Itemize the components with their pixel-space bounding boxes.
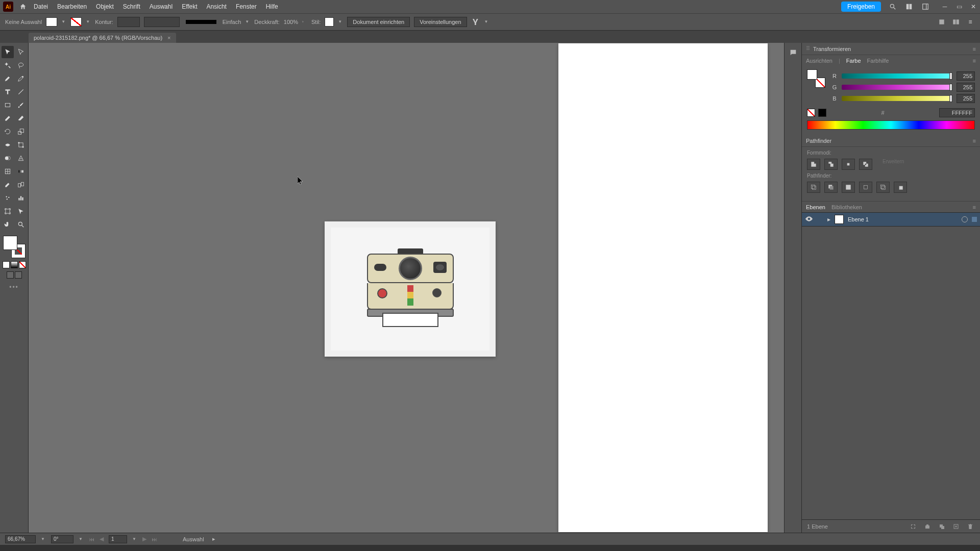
placed-image[interactable] bbox=[325, 221, 496, 357]
none-swatch[interactable] bbox=[807, 109, 815, 117]
menu-objekt[interactable]: Objekt bbox=[96, 3, 114, 10]
free-transform-tool[interactable] bbox=[15, 139, 27, 151]
chevron-down-icon[interactable]: ▼ bbox=[79, 537, 84, 542]
expand-arrow-icon[interactable]: ▸ bbox=[827, 216, 830, 223]
eyedropper-tool[interactable] bbox=[2, 179, 14, 191]
artboard[interactable] bbox=[558, 43, 768, 532]
menu-auswahl[interactable]: Auswahl bbox=[150, 3, 173, 10]
selection-tool[interactable] bbox=[2, 46, 14, 58]
lasso-tool[interactable] bbox=[15, 59, 27, 71]
exclude-button[interactable] bbox=[859, 159, 872, 170]
width-tool[interactable] bbox=[2, 139, 14, 151]
chevron-down-icon[interactable]: ▼ bbox=[61, 19, 66, 24]
chevron-down-icon[interactable]: ▼ bbox=[484, 19, 489, 24]
crop-button[interactable] bbox=[859, 182, 872, 193]
rotate-tool[interactable] bbox=[2, 126, 14, 138]
share-button[interactable]: Freigeben bbox=[841, 2, 881, 12]
transform-panel-header[interactable]: ⠿ Transformieren ≡ bbox=[802, 43, 980, 55]
minimize-icon[interactable]: ─ bbox=[941, 3, 948, 10]
chevron-down-icon[interactable]: ▼ bbox=[338, 19, 343, 24]
panel-menu-icon[interactable]: ≡ bbox=[973, 46, 976, 52]
next-artboard-icon[interactable]: ▶ bbox=[142, 536, 146, 542]
status-arrow-icon[interactable]: ▸ bbox=[212, 536, 215, 542]
doc-setup-button[interactable]: Dokument einrichten bbox=[347, 17, 410, 27]
panel-menu-icon[interactable]: ≡ bbox=[973, 204, 976, 210]
perspective-tool[interactable] bbox=[15, 152, 27, 164]
r-slider[interactable] bbox=[842, 73, 952, 79]
line-tool[interactable] bbox=[15, 86, 27, 98]
workspace-icon[interactable] bbox=[921, 2, 930, 11]
menu-datei[interactable]: Datei bbox=[34, 3, 48, 10]
menu-hilfe[interactable]: Hilfe bbox=[266, 3, 278, 10]
menu-effekt[interactable]: Effekt bbox=[182, 3, 197, 10]
graph-tool[interactable] bbox=[15, 192, 27, 204]
new-layer-icon[interactable] bbox=[951, 522, 961, 531]
type-tool[interactable] bbox=[2, 86, 14, 98]
tab-layers[interactable]: Ebenen bbox=[806, 204, 825, 210]
first-artboard-icon[interactable]: ⏮ bbox=[89, 536, 94, 542]
g-slider[interactable] bbox=[842, 85, 952, 90]
mesh-tool[interactable] bbox=[2, 165, 14, 178]
shape-builder-tool[interactable] bbox=[2, 152, 14, 164]
chevron-down-icon[interactable]: ▼ bbox=[245, 19, 250, 24]
arrange-docs-icon[interactable] bbox=[904, 2, 914, 11]
align-icon[interactable] bbox=[471, 17, 480, 27]
canvas[interactable] bbox=[29, 43, 784, 533]
panel-menu-icon[interactable]: ≡ bbox=[966, 17, 975, 27]
screen-mode-icon[interactable] bbox=[7, 271, 14, 279]
visibility-icon[interactable] bbox=[805, 216, 813, 223]
edit-toolbar-icon[interactable]: ••• bbox=[9, 284, 19, 291]
make-clip-icon[interactable] bbox=[923, 522, 932, 531]
pen-tool[interactable] bbox=[2, 72, 14, 85]
layer-name[interactable]: Ebene 1 bbox=[848, 216, 958, 222]
prev-artboard-icon[interactable]: ◀ bbox=[100, 536, 104, 542]
outline-button[interactable] bbox=[876, 182, 890, 193]
artboard-num-field[interactable] bbox=[109, 535, 127, 543]
artboard-tool[interactable] bbox=[2, 205, 14, 217]
tab-libraries[interactable]: Bibliotheken bbox=[831, 204, 862, 210]
opacity-value[interactable]: 100% bbox=[284, 19, 298, 25]
close-tab-icon[interactable]: × bbox=[167, 35, 170, 41]
blend-tool[interactable] bbox=[15, 179, 27, 191]
locate-icon[interactable] bbox=[909, 522, 918, 531]
layer-thumbnail[interactable] bbox=[835, 215, 844, 224]
b-slider[interactable] bbox=[842, 96, 952, 101]
layer-row[interactable]: ▸ Ebene 1 bbox=[802, 212, 980, 227]
b-value[interactable]: 255 bbox=[957, 94, 975, 103]
merge-button[interactable] bbox=[842, 182, 855, 193]
chevron-down-icon[interactable]: ▼ bbox=[132, 537, 137, 542]
menu-ansicht[interactable]: Ansicht bbox=[207, 3, 227, 10]
menu-bearbeiten[interactable]: Bearbeiten bbox=[57, 3, 87, 10]
stroke-swatch[interactable] bbox=[70, 17, 82, 27]
paintbrush-tool[interactable] bbox=[15, 99, 27, 111]
color-panel-swatches[interactable] bbox=[807, 69, 825, 88]
black-swatch[interactable] bbox=[818, 109, 826, 117]
tab-color[interactable]: Farbe bbox=[846, 58, 861, 64]
view-option-icon[interactable] bbox=[951, 17, 961, 27]
rectangle-tool[interactable] bbox=[2, 99, 14, 111]
shaper-tool[interactable] bbox=[2, 112, 14, 124]
close-window-icon[interactable]: ✕ bbox=[970, 3, 977, 10]
eraser-tool[interactable] bbox=[15, 112, 27, 124]
comments-icon[interactable] bbox=[789, 48, 798, 57]
zoom-field[interactable] bbox=[5, 535, 36, 543]
chevron-down-icon[interactable]: ▼ bbox=[86, 19, 91, 24]
slice-tool[interactable] bbox=[15, 205, 27, 217]
unite-button[interactable] bbox=[807, 159, 820, 170]
brush-sample[interactable] bbox=[186, 20, 216, 24]
menu-fenster[interactable]: Fenster bbox=[236, 3, 257, 10]
g-value[interactable]: 255 bbox=[957, 83, 975, 92]
zoom-tool[interactable] bbox=[15, 218, 27, 231]
new-sublayer-icon[interactable] bbox=[937, 522, 946, 531]
view-option-icon[interactable] bbox=[937, 17, 946, 27]
style-swatch[interactable] bbox=[325, 17, 334, 27]
target-icon[interactable] bbox=[962, 216, 968, 222]
divide-button[interactable] bbox=[807, 182, 820, 193]
gradient-tool[interactable] bbox=[15, 165, 27, 178]
symbol-sprayer-tool[interactable] bbox=[2, 192, 14, 204]
pathfinder-header[interactable]: Pathfinder ≡ bbox=[802, 135, 980, 147]
fill-indicator[interactable] bbox=[3, 236, 17, 250]
stroke-profile-input[interactable] bbox=[144, 17, 180, 27]
stroke-weight-input[interactable] bbox=[117, 17, 140, 27]
home-icon[interactable] bbox=[18, 2, 28, 11]
